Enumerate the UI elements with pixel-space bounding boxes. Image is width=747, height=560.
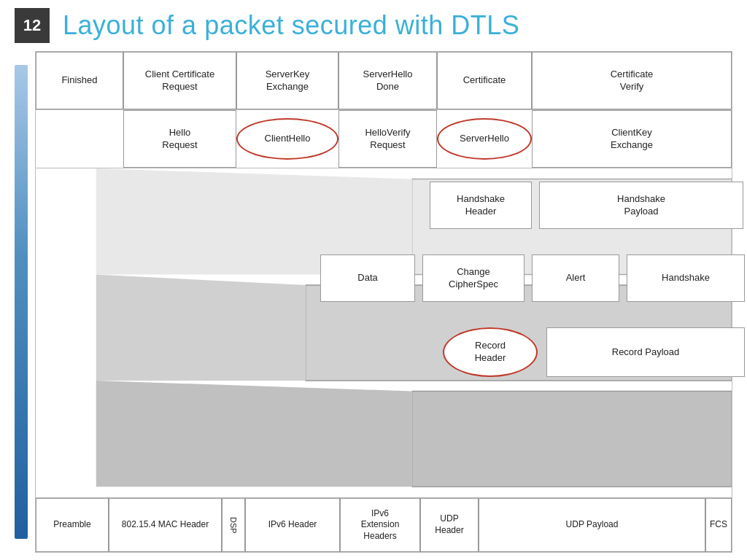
cell-dsp: DSP [222,498,245,552]
diagram-area: Finished Client CertificateRequest Serve… [35,51,732,553]
svg-marker-5 [96,381,412,486]
row-bottom-network: Preamble 802.15.4 MAC Header DSP IPv6 He… [36,497,732,552]
cell-handshake-payload: HandshakePayload [539,182,743,229]
cell-certificate: Certificate [437,52,532,109]
cell-finished: Finished [36,52,123,109]
cell-data: Data [320,254,415,302]
cell-alert: Alert [532,254,619,302]
cell-change-cipherspec: ChangeCipherSpec [422,254,525,302]
slide-content: Finished Client CertificateRequest Serve… [0,51,747,560]
cell-certificate-verify: CertificateVerify [532,52,732,109]
row1-handshake-types: Finished Client CertificateRequest Serve… [36,52,732,110]
slide-header: 12 Layout of a packet secured with DTLS [0,0,747,51]
cell-handshake-header: HandshakeHeader [430,182,532,229]
svg-marker-3 [96,274,306,380]
cell-hello-request: HelloRequest [123,110,236,168]
cell-udp-header: UDPHeader [420,498,479,552]
cell-mac-header: 802.15.4 MAC Header [109,498,222,552]
slide-title: Layout of a packet secured with DTLS [63,10,519,41]
cell-fcs: FCS [705,498,732,552]
cell-preamble: Preamble [36,498,109,552]
cell-client-certificate-request: Client CertificateRequest [123,52,236,109]
cell-ipv6-header: IPv6 Header [245,498,340,552]
cell-record-payload: Record Payload [546,327,745,377]
svg-marker-4 [412,392,732,487]
cell-udp-payload: UDP Payload [479,498,705,552]
cell-server-hello: ServerHello [437,118,532,160]
cell-serverhello-done: ServerHelloDone [338,52,437,109]
cell-ipv6-extension-headers: IPv6ExtensionHeaders [340,498,420,552]
cell-clientkey-exchange: ClientKeyExchange [532,110,732,168]
left-decoration [15,65,28,539]
slide-number: 12 [15,8,50,43]
layers-section: HandshakeHeader HandshakePayload Data Ch… [36,168,732,497]
cell-record-header: RecordHeader [443,327,538,377]
row2-handshake-types: HelloRequest ClientHello HelloVerifyRequ… [36,110,732,168]
cell-client-hello: ClientHello [236,118,338,160]
slide: 12 Layout of a packet secured with DTLS … [0,0,747,560]
cell-handshake-record: Handshake [627,254,745,302]
cell-helloverify-request: HelloVerifyRequest [338,110,437,168]
cell-serverkey-exchange: ServerKeyExchange [236,52,338,109]
